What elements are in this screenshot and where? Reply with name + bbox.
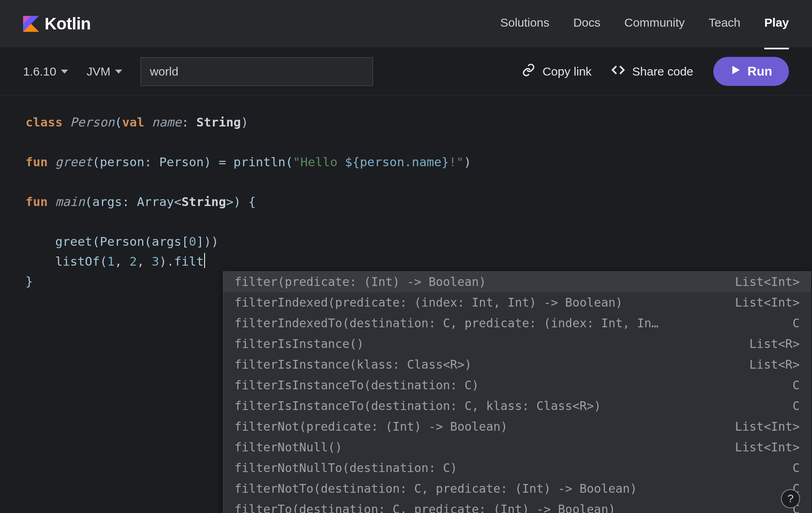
autocomplete-return-type: List<Int> bbox=[727, 294, 800, 311]
code-line: listOf(1, 2, 3).filt bbox=[25, 251, 787, 271]
autocomplete-return-type: C bbox=[785, 315, 800, 332]
toolbar: 1.6.10 JVM Copy link Share code Run bbox=[0, 48, 812, 95]
kotlin-logo-icon bbox=[23, 16, 39, 32]
caret-down-icon bbox=[61, 70, 68, 74]
autocomplete-item[interactable]: filterIsInstance(klass: Class<R>)List<R> bbox=[223, 354, 811, 375]
autocomplete-item[interactable]: filter(predicate: (Int) -> Boolean)List<… bbox=[223, 272, 811, 292]
autocomplete-item[interactable]: filterIsInstance()List<R> bbox=[223, 334, 811, 354]
autocomplete-signature: filterNotNullTo(destination: C) bbox=[234, 459, 457, 477]
share-code-label: Share code bbox=[632, 65, 693, 78]
program-args-input[interactable] bbox=[141, 57, 373, 86]
code-line bbox=[25, 172, 787, 192]
run-label: Run bbox=[748, 64, 772, 79]
nav-link-play[interactable]: Play bbox=[764, 16, 789, 32]
autocomplete-item[interactable]: filterIsInstanceTo(destination: C)C bbox=[223, 375, 811, 396]
autocomplete-item[interactable]: filterIndexed(predicate: (index: Int, In… bbox=[223, 292, 811, 313]
autocomplete-signature: filterNotTo(destination: C, predicate: (… bbox=[234, 480, 637, 497]
autocomplete-signature: filter(predicate: (Int) -> Boolean) bbox=[234, 273, 486, 291]
autocomplete-item[interactable]: filterNotNull()List<Int> bbox=[223, 437, 811, 458]
autocomplete-signature: filterIsInstance(klass: Class<R>) bbox=[234, 356, 472, 373]
autocomplete-signature: filterNot(predicate: (Int) -> Boolean) bbox=[234, 418, 507, 435]
autocomplete-item[interactable]: filterIndexedTo(destination: C, predicat… bbox=[223, 313, 811, 334]
autocomplete-signature: filterNotNull() bbox=[234, 439, 342, 456]
run-button[interactable]: Run bbox=[713, 57, 789, 86]
code-line: fun greet(person: Person) = println("Hel… bbox=[25, 152, 787, 172]
help-button[interactable]: ? bbox=[781, 489, 800, 508]
autocomplete-item[interactable]: filterIsInstanceTo(destination: C, klass… bbox=[223, 396, 811, 416]
brand[interactable]: Kotlin bbox=[23, 14, 91, 33]
brand-name: Kotlin bbox=[45, 14, 91, 33]
autocomplete-item[interactable]: filterTo(destination: C, predicate: (Int… bbox=[223, 499, 811, 513]
nav-link-solutions[interactable]: Solutions bbox=[500, 16, 549, 32]
nav-links: SolutionsDocsCommunityTeachPlay bbox=[500, 16, 789, 32]
version-label: 1.6.10 bbox=[23, 65, 56, 78]
autocomplete-return-type: C bbox=[785, 459, 800, 477]
autocomplete-signature: filterIndexedTo(destination: C, predicat… bbox=[234, 315, 659, 332]
autocomplete-return-type: List<Int> bbox=[727, 439, 800, 456]
autocomplete-signature: filterIsInstanceTo(destination: C) bbox=[234, 377, 479, 394]
code-line: class Person(val name: String) bbox=[25, 112, 787, 132]
play-icon bbox=[730, 64, 741, 79]
code-line bbox=[25, 132, 787, 152]
autocomplete-return-type: List<Int> bbox=[727, 273, 800, 291]
autocomplete-return-type: List<R> bbox=[742, 335, 800, 353]
copy-link-button[interactable]: Copy link bbox=[522, 63, 591, 80]
autocomplete-item[interactable]: filterNotTo(destination: C, predicate: (… bbox=[223, 478, 811, 499]
nav-link-teach[interactable]: Teach bbox=[709, 16, 740, 32]
autocomplete-item[interactable]: filterNot(predicate: (Int) -> Boolean)Li… bbox=[223, 416, 811, 437]
version-dropdown[interactable]: 1.6.10 bbox=[23, 65, 68, 78]
autocomplete-signature: filterTo(destination: C, predicate: (Int… bbox=[234, 501, 615, 513]
code-line: greet(Person(args[0])) bbox=[25, 231, 787, 251]
autocomplete-signature: filterIndexed(predicate: (index: Int, In… bbox=[234, 294, 623, 311]
nav-link-docs[interactable]: Docs bbox=[573, 16, 600, 32]
toolbar-left: 1.6.10 JVM bbox=[23, 57, 373, 86]
svg-marker-3 bbox=[732, 66, 740, 74]
code-icon bbox=[611, 63, 625, 80]
toolbar-right: Copy link Share code Run bbox=[522, 57, 789, 86]
autocomplete-return-type: List<Int> bbox=[727, 418, 800, 435]
autocomplete-signature: filterIsInstance() bbox=[234, 335, 364, 353]
autocomplete-return-type: C bbox=[785, 397, 800, 415]
autocomplete-return-type: List<R> bbox=[742, 356, 800, 373]
caret-down-icon bbox=[115, 70, 122, 74]
code-line bbox=[25, 212, 787, 231]
link-icon bbox=[522, 63, 535, 80]
target-dropdown[interactable]: JVM bbox=[86, 65, 122, 78]
code-line: fun main(args: Array<String>) { bbox=[25, 192, 787, 212]
copy-link-label: Copy link bbox=[543, 65, 591, 78]
autocomplete-signature: filterIsInstanceTo(destination: C, klass… bbox=[234, 397, 601, 415]
text-cursor bbox=[204, 253, 205, 268]
share-code-button[interactable]: Share code bbox=[611, 63, 693, 80]
help-label: ? bbox=[787, 492, 794, 505]
autocomplete-item[interactable]: filterNotNullTo(destination: C)C bbox=[223, 458, 811, 478]
autocomplete-return-type: C bbox=[785, 377, 800, 394]
target-label: JVM bbox=[86, 65, 110, 78]
top-nav: Kotlin SolutionsDocsCommunityTeachPlay bbox=[0, 0, 812, 48]
nav-link-community[interactable]: Community bbox=[625, 16, 685, 32]
autocomplete-popup: filter(predicate: (Int) -> Boolean)List<… bbox=[223, 271, 811, 513]
